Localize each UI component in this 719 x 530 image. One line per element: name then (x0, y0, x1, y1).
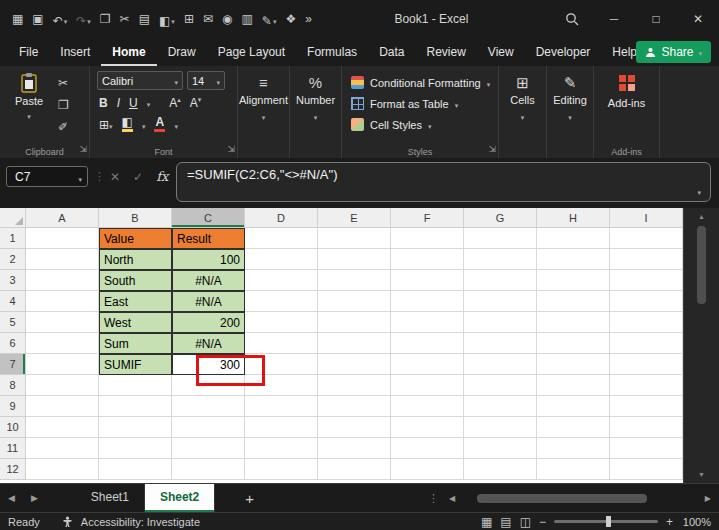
font-size-select[interactable]: 14 (187, 71, 225, 90)
cell-g9[interactable] (464, 396, 537, 417)
fill-color-dropdown-icon[interactable] (142, 118, 146, 132)
cell-a9[interactable] (26, 396, 99, 417)
cell-a6[interactable] (26, 333, 99, 354)
cell-a3[interactable] (26, 270, 99, 291)
row-header-4[interactable]: 4 (0, 291, 26, 312)
cell-a2[interactable] (26, 249, 99, 270)
name-box[interactable]: C7 (6, 166, 88, 187)
save-button[interactable]: ▣ (32, 12, 43, 26)
cut-button[interactable]: ✂ (120, 12, 130, 26)
cell-h1[interactable] (537, 228, 610, 249)
cell-e8[interactable] (318, 375, 391, 396)
cell-e1[interactable] (318, 228, 391, 249)
cell-e9[interactable] (318, 396, 391, 417)
select-all-button[interactable] (0, 208, 26, 228)
new-sheet-button[interactable]: + (245, 490, 254, 507)
cancel-icon[interactable]: ✕ (110, 170, 120, 184)
cell-f11[interactable] (391, 438, 464, 459)
cell-h10[interactable] (537, 417, 610, 438)
cell-a8[interactable] (26, 375, 99, 396)
paste-button[interactable]: Paste (9, 72, 49, 134)
cell-f9[interactable] (391, 396, 464, 417)
cell-d10[interactable] (245, 417, 318, 438)
decrease-font-size-button[interactable]: A▾ (190, 96, 202, 110)
cell-f1[interactable] (391, 228, 464, 249)
cell-c10[interactable] (172, 417, 245, 438)
cell-d11[interactable] (245, 438, 318, 459)
page-layout-view-icon[interactable]: ▤ (500, 515, 511, 529)
cell-c9[interactable] (172, 396, 245, 417)
minimize-button[interactable]: ─ (593, 0, 635, 38)
cell-styles-button[interactable]: Cell Styles (342, 114, 498, 135)
sheet-nav-left-icon[interactable]: ◀ (0, 493, 23, 503)
cell-b8[interactable] (99, 375, 172, 396)
cell-d5[interactable] (245, 312, 318, 333)
increase-font-size-button[interactable]: A▴ (169, 96, 181, 110)
cell-a11[interactable] (26, 438, 99, 459)
cell-g5[interactable] (464, 312, 537, 333)
tab-view[interactable]: View (477, 38, 525, 66)
column-header-f[interactable]: F (391, 208, 464, 228)
column-header-c[interactable]: C (172, 208, 245, 228)
more-commands-button[interactable]: » (305, 12, 312, 26)
cell-f5[interactable] (391, 312, 464, 333)
fill-color-button[interactable]: ◧ (159, 10, 175, 28)
cell-i9[interactable] (610, 396, 683, 417)
cell-e11[interactable] (318, 438, 391, 459)
addins-button[interactable]: Add-ins (594, 66, 659, 109)
cell-b5[interactable]: West (99, 312, 172, 333)
cell-i7[interactable] (610, 354, 683, 375)
row-header-11[interactable]: 11 (0, 438, 26, 459)
cell-g6[interactable] (464, 333, 537, 354)
vertical-scrollbar[interactable]: ▲ ▼ (683, 208, 719, 483)
maximize-button[interactable]: □ (635, 0, 677, 38)
italic-button[interactable]: I (117, 96, 120, 110)
formula-bar-expand-icon[interactable] (697, 181, 701, 199)
zoom-level[interactable]: 100% (681, 516, 711, 528)
row-header-8[interactable]: 8 (0, 375, 26, 396)
cell-i4[interactable] (610, 291, 683, 312)
sheet-tab-sheet1[interactable]: Sheet1 (76, 484, 145, 512)
cell-f2[interactable] (391, 249, 464, 270)
column-header-e[interactable]: E (318, 208, 391, 228)
cell-b6[interactable]: Sum (99, 333, 172, 354)
cell-g1[interactable] (464, 228, 537, 249)
font-color-dropdown-icon[interactable] (174, 118, 178, 132)
table-button[interactable]: ▥ (241, 12, 252, 26)
column-header-g[interactable]: G (464, 208, 537, 228)
cell-d9[interactable] (245, 396, 318, 417)
scroll-left-icon[interactable]: ◀ (449, 494, 455, 503)
cell-g4[interactable] (464, 291, 537, 312)
scroll-right-icon[interactable]: ▶ (705, 494, 711, 503)
page-break-view-icon[interactable]: ◫ (520, 515, 531, 529)
cell-f8[interactable] (391, 375, 464, 396)
formula-input[interactable]: =SUMIF(C2:C6,"<>#N/A") (176, 162, 711, 202)
cell-h8[interactable] (537, 375, 610, 396)
share-button[interactable]: Share (636, 41, 711, 63)
cell-c4[interactable]: #N/A (172, 291, 245, 312)
row-header-7[interactable]: 7 (0, 354, 26, 375)
bold-button[interactable]: B (99, 96, 108, 110)
cell-h7[interactable] (537, 354, 610, 375)
cell-h4[interactable] (537, 291, 610, 312)
sheet-nav-right-icon[interactable]: ▶ (23, 493, 46, 503)
cell-g10[interactable] (464, 417, 537, 438)
row-header-10[interactable]: 10 (0, 417, 26, 438)
scroll-up-icon[interactable]: ▲ (684, 213, 719, 220)
cell-e5[interactable] (318, 312, 391, 333)
horizontal-scrollbar[interactable]: ◀ ▶ (449, 494, 711, 503)
redo-button[interactable]: ↷ (76, 10, 91, 28)
font-color-button[interactable]: A (154, 116, 165, 132)
number-button[interactable]: % Number (290, 66, 341, 122)
cell-e10[interactable] (318, 417, 391, 438)
cell-b2[interactable]: North (99, 249, 172, 270)
cell-c11[interactable] (172, 438, 245, 459)
enter-icon[interactable]: ✓ (133, 170, 143, 184)
zoom-slider-thumb[interactable] (606, 516, 611, 527)
tab-developer[interactable]: Developer (525, 38, 602, 66)
borders-button[interactable]: ⊞ (184, 12, 194, 26)
row-header-1[interactable]: 1 (0, 228, 26, 249)
tab-insert[interactable]: Insert (49, 38, 101, 66)
cell-a7[interactable] (26, 354, 99, 375)
cell-f6[interactable] (391, 333, 464, 354)
